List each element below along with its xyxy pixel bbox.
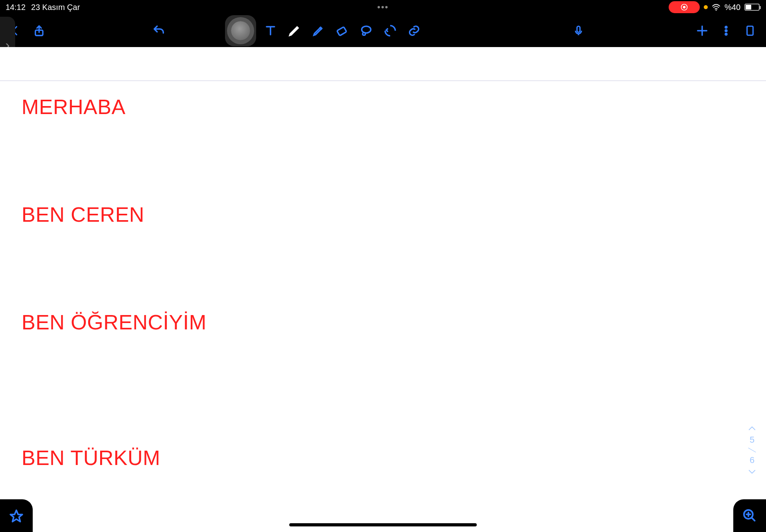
add-button[interactable] [690, 19, 714, 43]
share-button[interactable] [27, 19, 51, 43]
note-line-1[interactable]: MERHABA [22, 95, 126, 119]
more-button[interactable] [714, 19, 738, 43]
battery-icon [744, 4, 760, 11]
wifi-icon [712, 4, 721, 11]
note-line-2[interactable]: BEN CEREN [22, 203, 144, 227]
page-up-button[interactable] [748, 425, 756, 432]
star-icon [9, 508, 24, 523]
zoom-in-button[interactable] [733, 499, 766, 532]
assistive-touch-button[interactable] [225, 15, 256, 46]
svg-rect-4 [337, 27, 346, 35]
svg-marker-11 [10, 510, 22, 522]
undo-button[interactable] [147, 19, 171, 43]
page-rule-line [0, 81, 766, 81]
favorite-button[interactable] [0, 499, 33, 532]
svg-point-9 [725, 33, 727, 35]
pages-button[interactable] [738, 19, 762, 43]
screen-recording-indicator[interactable] [669, 1, 700, 13]
text-tool-button[interactable] [259, 19, 282, 43]
note-line-3[interactable]: BEN ÖĞRENCİYİM [22, 310, 207, 334]
svg-point-1 [683, 6, 686, 9]
status-bar: 14:12 23 Kasım Çar ••• %40 [0, 0, 766, 14]
note-line-4[interactable]: BEN TÜRKÜM [22, 446, 160, 470]
svg-point-7 [725, 26, 727, 28]
link-tool-button[interactable] [402, 19, 426, 43]
svg-point-5 [362, 26, 371, 33]
svg-point-2 [716, 10, 717, 11]
app-toolbar [0, 14, 766, 47]
note-canvas[interactable]: MERHABA BEN CEREN BEN ÖĞRENCİYİM BEN TÜR… [0, 47, 766, 532]
microphone-button[interactable] [567, 19, 590, 43]
page-separator-icon [748, 448, 756, 453]
multitask-dots-icon[interactable]: ••• [377, 2, 389, 12]
status-time: 14:12 [6, 3, 26, 12]
mic-in-use-dot-icon [704, 5, 708, 9]
page-current[interactable]: 5 [750, 435, 754, 445]
home-indicator[interactable] [289, 523, 477, 526]
zoom-in-icon [742, 508, 757, 523]
shape-tool-button[interactable] [378, 19, 402, 43]
page-total[interactable]: 6 [750, 455, 754, 465]
highlighter-tool-button[interactable] [306, 19, 330, 43]
eraser-tool-button[interactable] [330, 19, 354, 43]
pen-tool-button[interactable] [282, 19, 306, 43]
page-down-button[interactable] [748, 469, 756, 475]
status-date: 23 Kasım Çar [31, 3, 80, 12]
battery-percent: %40 [725, 3, 740, 12]
page-navigator: 5 6 [748, 425, 756, 475]
svg-rect-10 [747, 26, 753, 35]
svg-rect-6 [577, 26, 580, 32]
svg-point-8 [725, 30, 727, 32]
lasso-tool-button[interactable] [354, 19, 378, 43]
